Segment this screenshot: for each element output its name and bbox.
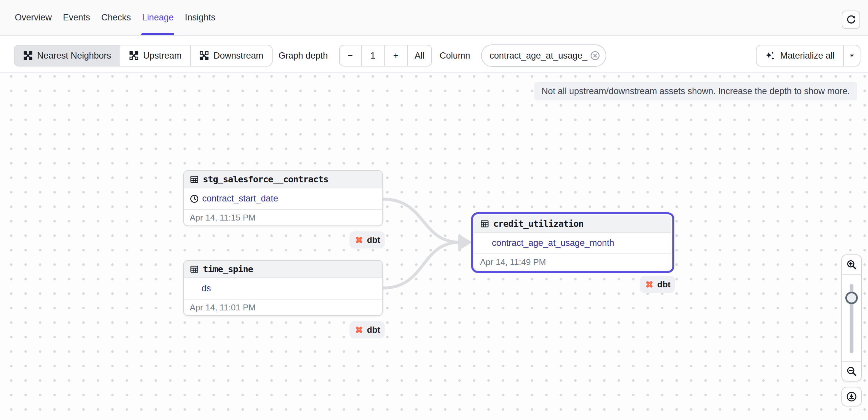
downstream-graph-icon bbox=[199, 51, 209, 61]
upstream-graph-icon bbox=[129, 51, 139, 61]
materialize-dropdown-button[interactable] bbox=[843, 46, 860, 66]
tab-lineage[interactable]: Lineage bbox=[142, 0, 174, 35]
asset-column-row: contract_start_date bbox=[184, 188, 382, 209]
asset-title: stg_salesforce__contracts bbox=[203, 174, 328, 184]
view-mode-downstream[interactable]: Downstream bbox=[190, 46, 272, 66]
column-link[interactable]: ds bbox=[202, 283, 211, 293]
depth-decrease-button[interactable]: − bbox=[340, 46, 361, 66]
asset-title: credit_utilization bbox=[493, 219, 584, 229]
column-label: Column bbox=[440, 45, 470, 66]
tab-events[interactable]: Events bbox=[63, 0, 90, 35]
table-icon bbox=[190, 175, 199, 184]
table-icon bbox=[480, 219, 489, 228]
tab-insights[interactable]: Insights bbox=[185, 0, 215, 35]
lineage-toolbar: Nearest Neighbors Upstream Downstream Gr… bbox=[0, 36, 868, 73]
asset-node-time-spine[interactable]: time_spine ds Apr 14, 11:01 PM bbox=[183, 260, 383, 316]
dbt-logo-icon bbox=[644, 279, 654, 289]
zoom-in-icon bbox=[846, 259, 857, 270]
active-tab-underline bbox=[142, 33, 174, 35]
column-link[interactable]: contract_start_date bbox=[202, 194, 278, 204]
asset-node-stg-salesforce-contracts[interactable]: stg_salesforce__contracts contract_start… bbox=[183, 170, 383, 226]
dbt-badge: dbt bbox=[640, 276, 675, 293]
graph-depth-label: Graph depth bbox=[278, 45, 328, 66]
caret-down-icon bbox=[848, 52, 856, 59]
asset-timestamp: Apr 14, 11:49 PM bbox=[474, 253, 671, 270]
column-filter-chip[interactable]: contract_age_at_usage_ bbox=[481, 45, 606, 67]
column-link[interactable]: contract_age_at_usage_month bbox=[492, 238, 614, 248]
clear-column-filter-icon[interactable] bbox=[590, 50, 600, 61]
table-icon bbox=[190, 264, 199, 274]
asset-node-header: stg_salesforce__contracts bbox=[184, 171, 382, 188]
depth-notice: Not all upstream/downstream assets shown… bbox=[534, 82, 857, 101]
zoom-out-button[interactable] bbox=[842, 362, 861, 381]
zoom-out-icon bbox=[846, 366, 857, 377]
clock-icon bbox=[190, 194, 199, 203]
zoom-in-button[interactable] bbox=[842, 255, 861, 274]
depth-value: 1 bbox=[361, 46, 384, 66]
refresh-icon bbox=[846, 15, 856, 25]
depth-increase-button[interactable]: + bbox=[384, 46, 407, 66]
materialize-button-group: Materialize all bbox=[756, 45, 861, 66]
lineage-edges bbox=[0, 74, 868, 420]
page-tab-bar: Overview Events Checks Lineage Insights bbox=[0, 0, 868, 36]
refresh-button[interactable] bbox=[842, 10, 860, 29]
lineage-canvas[interactable]: Not all upstream/downstream assets shown… bbox=[0, 74, 868, 420]
download-circle-icon bbox=[846, 391, 857, 402]
sparkles-icon bbox=[765, 50, 776, 61]
asset-column-row: ds bbox=[184, 278, 382, 299]
materialize-all-button[interactable]: Materialize all bbox=[756, 46, 843, 66]
download-view-button[interactable] bbox=[841, 387, 862, 407]
zoom-control-panel bbox=[841, 254, 862, 382]
asset-title: time_spine bbox=[203, 264, 253, 274]
zoom-slider-thumb[interactable] bbox=[845, 291, 858, 304]
column-filter-value: contract_age_at_usage_ bbox=[490, 51, 587, 61]
asset-node-credit-utilization-selected[interactable]: credit_utilization contract_age_at_usage… bbox=[471, 212, 674, 273]
graph-depth-stepper: − 1 + All bbox=[339, 45, 432, 66]
asset-node-header: credit_utilization bbox=[474, 215, 671, 233]
nearest-neighbors-graph-icon bbox=[23, 51, 33, 61]
depth-all-button[interactable]: All bbox=[407, 46, 431, 66]
dbt-badge: dbt bbox=[349, 321, 385, 338]
asset-column-row: contract_age_at_usage_month bbox=[474, 233, 671, 253]
view-mode-nearest-neighbors[interactable]: Nearest Neighbors bbox=[14, 46, 120, 66]
view-mode-upstream[interactable]: Upstream bbox=[120, 46, 190, 66]
asset-timestamp: Apr 14, 11:15 PM bbox=[184, 209, 382, 225]
asset-timestamp: Apr 14, 11:01 PM bbox=[184, 299, 382, 315]
dbt-badge: dbt bbox=[349, 231, 385, 249]
asset-node-header: time_spine bbox=[184, 261, 382, 278]
dbt-logo-icon bbox=[354, 235, 364, 245]
tabs: Overview Events Checks Lineage Insights bbox=[15, 0, 215, 35]
zoom-slider-area bbox=[842, 274, 861, 362]
tab-overview[interactable]: Overview bbox=[15, 0, 52, 35]
dbt-logo-icon bbox=[354, 325, 364, 335]
view-mode-switcher: Nearest Neighbors Upstream Downstream bbox=[14, 45, 273, 66]
tab-checks[interactable]: Checks bbox=[101, 0, 131, 35]
